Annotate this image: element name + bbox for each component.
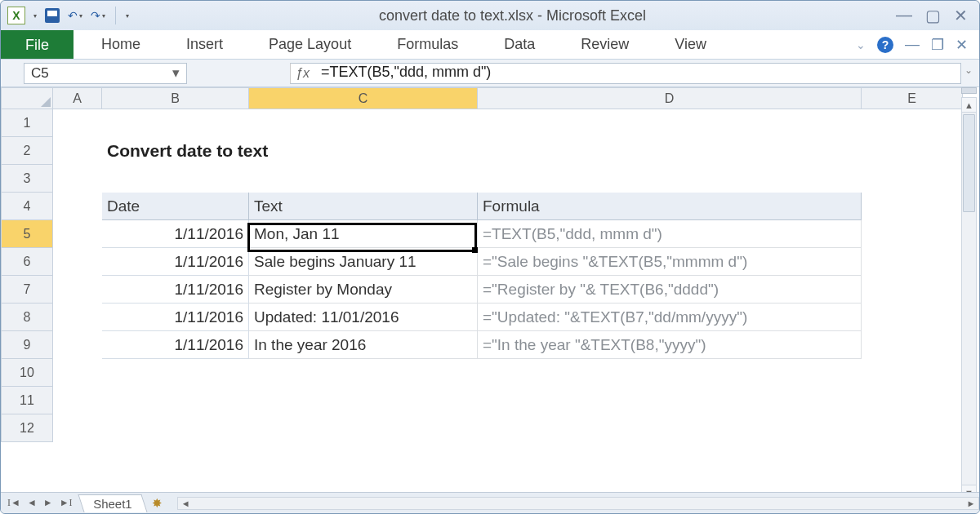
split-handle-top[interactable] (961, 87, 977, 94)
sheet-tab-sheet1[interactable]: Sheet1 (78, 494, 147, 512)
header-date[interactable]: Date (102, 193, 249, 220)
tab-home[interactable]: Home (78, 31, 163, 58)
redo-caret-icon[interactable]: ▾ (102, 12, 105, 20)
cell-d8[interactable]: ="Updated: "&TEXT(B7,"dd/mm/yyyy") (478, 304, 862, 331)
sheet-title[interactable]: Convert date to text (102, 137, 478, 165)
col-header-b[interactable]: B (102, 88, 249, 109)
row-header-1[interactable]: 1 (2, 109, 53, 137)
cell-c7[interactable]: Register by Monday (249, 276, 478, 304)
sheet-nav-next-icon[interactable]: ► (40, 497, 56, 509)
row-header-11[interactable]: 11 (2, 387, 53, 414)
header-formula[interactable]: Formula (478, 193, 862, 220)
close-button[interactable]: ✕ (954, 6, 968, 25)
undo-caret-icon[interactable]: ▾ (79, 12, 82, 20)
cell-c8[interactable]: Updated: 11/01/2016 (249, 304, 478, 331)
tab-review[interactable]: Review (558, 31, 652, 58)
hscroll-left-icon[interactable]: ◄ (178, 498, 193, 508)
workbook-restore-button[interactable]: ❐ (931, 36, 944, 54)
row-header-9[interactable]: 9 (2, 331, 53, 359)
hscroll-right-icon[interactable]: ► (964, 498, 978, 508)
window-title: convert date to text.xlsx - Microsoft Ex… (129, 7, 896, 24)
ribbon-right: ⌄ ? ― ❐ ✕ (856, 30, 979, 59)
maximize-button[interactable]: ▢ (925, 6, 941, 25)
title-bar: X ▾ ↶▾ ↷▾ ▾ convert date to text.xlsx - … (1, 1, 979, 30)
tab-insert[interactable]: Insert (163, 31, 246, 58)
col-header-a[interactable]: A (53, 88, 102, 109)
redo-button[interactable]: ↷▾ (91, 9, 105, 22)
row-header-2[interactable]: 2 (2, 137, 53, 165)
row-header-5[interactable]: 5 (2, 220, 53, 248)
row-header-7[interactable]: 7 (2, 276, 53, 304)
sheet-tab-label: Sheet1 (93, 497, 132, 511)
row-header-12[interactable]: 12 (2, 414, 53, 442)
cell-d7[interactable]: ="Register by "& TEXT(B6,"dddd") (478, 276, 862, 304)
cell-c6[interactable]: Sale begins January 11 (249, 248, 478, 276)
save-icon[interactable] (45, 8, 60, 23)
scroll-thumb[interactable] (963, 114, 975, 212)
svg-marker-0 (41, 97, 51, 107)
minimize-button[interactable]: ― (896, 6, 912, 25)
cell-c9[interactable]: In the year 2016 (249, 331, 478, 359)
cell-c5[interactable]: Mon, Jan 11 (249, 220, 478, 248)
ribbon: File Home Insert Page Layout Formulas Da… (1, 30, 979, 60)
row-header-8[interactable]: 8 (2, 304, 53, 331)
worksheet-grid[interactable]: A B C D E 1 2Convert date to text 3 4 Da… (1, 87, 979, 497)
cell-b8[interactable]: 1/11/2016 (102, 304, 249, 331)
quick-access-toolbar: X ▾ ↶▾ ↷▾ ▾ (7, 7, 129, 24)
help-icon[interactable]: ? (877, 37, 893, 53)
sheet-nav-first-icon[interactable]: I◄ (4, 497, 24, 509)
formula-bar-row: C5 ▾ ƒx =TEXT(B5,"ddd, mmm d") ⌄ (1, 60, 979, 87)
tab-formulas[interactable]: Formulas (374, 31, 481, 58)
sheet-nav-prev-icon[interactable]: ◄ (24, 497, 40, 509)
workbook-close-button[interactable]: ✕ (956, 36, 968, 54)
row-header-10[interactable]: 10 (2, 359, 53, 387)
sheet-tab-bar: I◄ ◄ ► ►I Sheet1 ✸ ◄ ► (1, 492, 979, 513)
header-text[interactable]: Text (249, 193, 478, 220)
scroll-up-icon[interactable]: ▲ (962, 98, 976, 113)
cell-d9[interactable]: ="In the year "&TEXT(B8,"yyyy") (478, 331, 862, 359)
formula-bar[interactable]: =TEXT(B5,"ddd, mmm d") (314, 63, 961, 84)
row-header-6[interactable]: 6 (2, 248, 53, 276)
formula-bar-expand-icon[interactable]: ⌄ (961, 64, 976, 76)
col-header-c[interactable]: C (249, 88, 478, 109)
col-header-d[interactable]: D (478, 88, 862, 109)
formula-bar-value: =TEXT(B5,"ddd, mmm d") (321, 64, 491, 80)
qat-separator (115, 7, 116, 24)
tab-view[interactable]: View (652, 31, 729, 58)
window-controls: ― ▢ ✕ (896, 6, 973, 25)
cell-b5[interactable]: 1/11/2016 (102, 220, 249, 248)
fx-icon[interactable]: ƒx (290, 63, 314, 84)
ribbon-minimize-caret-icon[interactable]: ⌄ (856, 38, 866, 51)
insert-sheet-icon[interactable]: ✸ (152, 496, 163, 511)
cell-b6[interactable]: 1/11/2016 (102, 248, 249, 276)
name-box-caret-icon[interactable]: ▾ (172, 64, 180, 82)
cell-d6[interactable]: ="Sale begins "&TEXT(B5,"mmmm d") (478, 248, 862, 276)
row-header-4[interactable]: 4 (2, 193, 53, 220)
select-all-corner[interactable] (2, 88, 53, 109)
vertical-scrollbar[interactable]: ▲ ▼ (961, 97, 977, 500)
tab-page-layout[interactable]: Page Layout (246, 31, 374, 58)
excel-window: X ▾ ↶▾ ↷▾ ▾ convert date to text.xlsx - … (0, 0, 980, 514)
excel-icon[interactable]: X (7, 7, 25, 24)
ribbon-tabs: Home Insert Page Layout Formulas Data Re… (74, 30, 729, 59)
row-header-3[interactable]: 3 (2, 165, 53, 193)
col-header-e[interactable]: E (862, 88, 963, 109)
tab-data[interactable]: Data (481, 31, 558, 58)
sheet-nav-last-icon[interactable]: ►I (56, 497, 76, 509)
cell-d5[interactable]: =TEXT(B5,"ddd, mmm d") (478, 220, 862, 248)
cell-b9[interactable]: 1/11/2016 (102, 331, 249, 359)
workbook-minimize-button[interactable]: ― (905, 36, 920, 53)
horizontal-scrollbar[interactable]: ◄ ► (177, 497, 979, 510)
name-box[interactable]: C5 ▾ (24, 63, 187, 84)
cell-b7[interactable]: 1/11/2016 (102, 276, 249, 304)
file-tab[interactable]: File (1, 30, 74, 59)
name-box-value: C5 (31, 65, 49, 82)
undo-button[interactable]: ↶▾ (68, 9, 82, 22)
qat-app-caret-icon[interactable]: ▾ (33, 12, 37, 20)
